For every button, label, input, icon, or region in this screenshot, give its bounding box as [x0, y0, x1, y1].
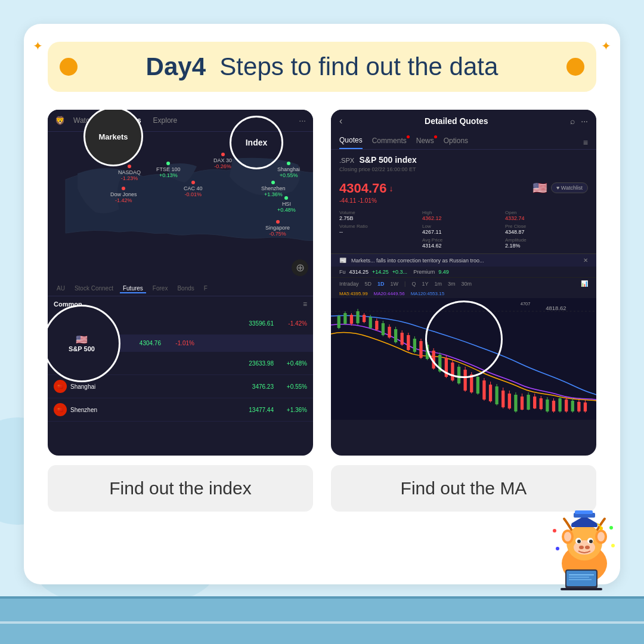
sub-tab-bonds[interactable]: Bonds	[174, 283, 197, 293]
main-card: Day4 Steps to find out the data Markets …	[24, 24, 620, 584]
news-text: Markets... falls into correction territo…	[351, 258, 578, 264]
map-dow: Dow Jones -1.42%	[110, 187, 137, 203]
search-icon[interactable]: ⌕	[570, 116, 575, 126]
futures-value: 4314.25	[349, 269, 369, 275]
time-tab-1w[interactable]: 1W	[391, 281, 399, 287]
road-decoration	[0, 596, 644, 644]
watchlist-button[interactable]: ♥ Watchlist	[551, 182, 588, 193]
table-row-sp500[interactable]: 🇺🇸 S&P 500 4304.76 -1.01%	[48, 335, 313, 352]
tabs-menu-icon[interactable]: ≡	[583, 138, 588, 147]
futures-change: +14.25	[372, 269, 389, 275]
svg-rect-103	[561, 588, 602, 590]
svg-point-93	[577, 540, 581, 543]
news-close-icon[interactable]: ✕	[583, 257, 588, 264]
stock-stats: Volume 2.75B High 4362.12 Open 4332.74 V…	[331, 208, 596, 253]
sub-tab-f[interactable]: F	[201, 283, 210, 293]
stat-open: Open 4332.74	[505, 210, 588, 221]
map-cac: CAC 40 -0.01%	[184, 181, 203, 197]
left-caption-box: Find out the index	[48, 465, 313, 512]
time-tab-30m[interactable]: 30m	[461, 281, 472, 287]
svg-point-110	[609, 526, 613, 530]
hsi-change: +0.48%	[277, 360, 307, 367]
svg-point-111	[556, 547, 559, 550]
detailed-quotes-title: Detailed Quotes	[348, 116, 564, 126]
stat-pre-close: Pre Close 4348.87	[505, 224, 588, 235]
map-hsi: HSI +0.48%	[277, 196, 296, 213]
map-nasdaq: NASDAQ -1.23%	[118, 165, 141, 181]
news-ticker: 📰 Markets... falls into correction terri…	[331, 253, 596, 267]
svg-point-100	[599, 527, 603, 530]
mascot-character	[543, 507, 626, 590]
stock-date: Closing price 02/22 16:00:00 ET	[339, 166, 588, 172]
sub-tab-forex[interactable]: Forex	[150, 283, 171, 293]
map-shenzhen: Shenzhen +1.36%	[261, 181, 286, 197]
map-zoom-icon[interactable]: ⊕	[292, 259, 308, 276]
time-tabs: Intraday 5D 1D 1W | Q 1Y 1m 3m 30m 📊	[331, 277, 596, 289]
futures-row: Fu 4314.25 +14.25 +0.3... Premium 9.49	[331, 267, 596, 277]
candlestick-chart: 4818.62	[331, 298, 596, 417]
back-button[interactable]: ‹	[339, 116, 342, 126]
sp500-bubble: 🇺🇸 S&P 500	[48, 305, 120, 382]
shenzhen-change: +1.36%	[277, 407, 307, 413]
svg-point-96	[585, 546, 590, 549]
time-tab-5d[interactable]: 5D	[365, 281, 372, 287]
sp500-change: -1.01%	[165, 340, 194, 346]
svg-point-112	[611, 544, 615, 547]
price-arrow-icon: ↓	[389, 184, 394, 193]
markets-bubble-text: Markets	[98, 132, 128, 141]
star-decoration-1: ✦	[33, 39, 43, 53]
header-ribbon: Day4 Steps to find out the data	[48, 42, 596, 92]
svg-rect-102	[566, 571, 596, 586]
table-row-shenzhen: 🇨🇳 Shenzhen 13477.44 +1.36%	[48, 398, 313, 422]
time-tab-3m[interactable]: 3m	[448, 281, 456, 287]
futures-label: Fu	[339, 269, 346, 275]
index-name-shenzhen: Shenzhen	[70, 407, 234, 413]
stat-avg-price: Avg Price 4314.62	[422, 237, 505, 249]
tab-comments[interactable]: Comments	[372, 137, 407, 148]
dow-value: 33596.61	[238, 320, 274, 327]
index-list: 🇺🇸 DOW 33596.61 -1.42% 🇺🇸 S&P 500 4304.7…	[48, 312, 313, 422]
more-options-icon[interactable]: ···	[581, 116, 588, 126]
chart-settings-icon[interactable]: 📊	[581, 280, 588, 287]
dq-tabs: Quotes Comments News Options ≡	[331, 132, 596, 150]
panels-container: Markets Index 🦁 Watchlist Markets Explor…	[24, 92, 620, 512]
tab-news[interactable]: News	[416, 137, 434, 148]
hsi-value: 23633.98	[238, 360, 274, 367]
right-phone-screen: ‹ Detailed Quotes ⌕ ··· Quotes Comments …	[331, 110, 596, 456]
svg-text:4818.62: 4818.62	[546, 305, 566, 311]
sub-tab-futures[interactable]: Futures	[120, 283, 146, 293]
tab-options[interactable]: Options	[444, 137, 468, 148]
map-dax: DAX 30 -0.26%	[213, 153, 232, 169]
stat-volume: Volume 2.75B	[339, 210, 422, 221]
svg-rect-97	[571, 524, 597, 527]
time-tab-1d[interactable]: 1D	[377, 281, 385, 287]
sub-tab-au[interactable]: AU	[54, 283, 68, 293]
stat-low: Low 4267.11	[422, 224, 505, 235]
sub-tab-stock[interactable]: Stock Connect	[72, 283, 116, 293]
time-tab-intraday[interactable]: Intraday	[339, 281, 359, 287]
right-caption-text: Find out the MA	[401, 478, 527, 498]
star-decoration-2: ✦	[601, 39, 611, 53]
map-singapore: Singapore -0.75%	[265, 220, 290, 237]
svg-point-94	[589, 540, 593, 543]
svg-point-95	[579, 546, 584, 549]
nav-more-icon[interactable]: ···	[299, 116, 306, 125]
svg-text:4707: 4707	[521, 301, 530, 306]
stat-amplitude: Amplitude 2.18%	[505, 237, 588, 249]
chart-area: 4818.62	[331, 298, 596, 420]
stock-price: 4304.76	[339, 181, 387, 196]
time-tab-1y[interactable]: 1Y	[422, 281, 428, 287]
left-caption-text: Find out the index	[109, 478, 252, 498]
tab-quotes[interactable]: Quotes	[339, 136, 363, 149]
mascot-svg	[543, 507, 626, 590]
premium-label: Premium	[413, 269, 435, 275]
time-tab-q[interactable]: Q	[411, 281, 416, 287]
ma120-label: MA120:4553.15	[411, 291, 445, 296]
nav-explore[interactable]: Explore	[150, 114, 181, 126]
news-icon: 📰	[339, 257, 346, 264]
dow-change: -1.42%	[277, 320, 307, 327]
day-label: Day4	[146, 52, 206, 80]
common-menu-icon[interactable]: ≡	[303, 300, 307, 308]
futures-pct: +0.3...	[392, 269, 407, 275]
time-tab-1m[interactable]: 1m	[434, 281, 442, 287]
